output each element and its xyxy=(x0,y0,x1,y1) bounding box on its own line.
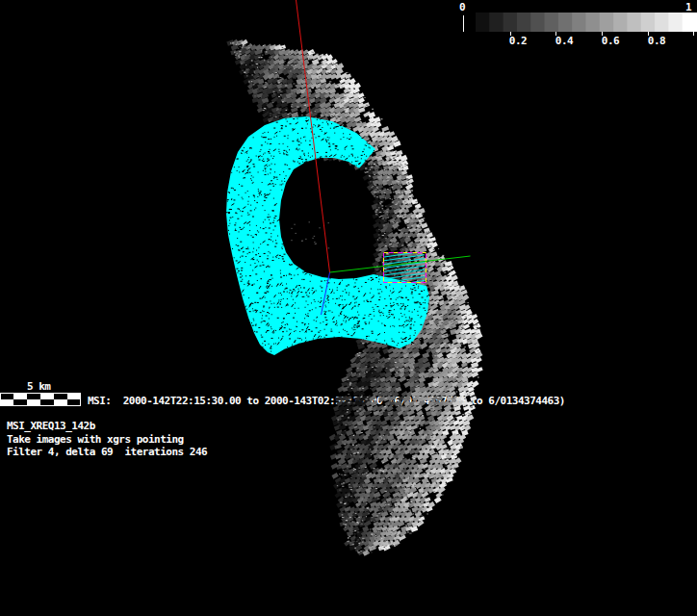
viewport-3d[interactable] xyxy=(0,0,697,616)
visualization-stage: 0 1 0.2 0.4 0.6 0.8 5 km MSI: 2000-142T2… xyxy=(0,0,697,616)
